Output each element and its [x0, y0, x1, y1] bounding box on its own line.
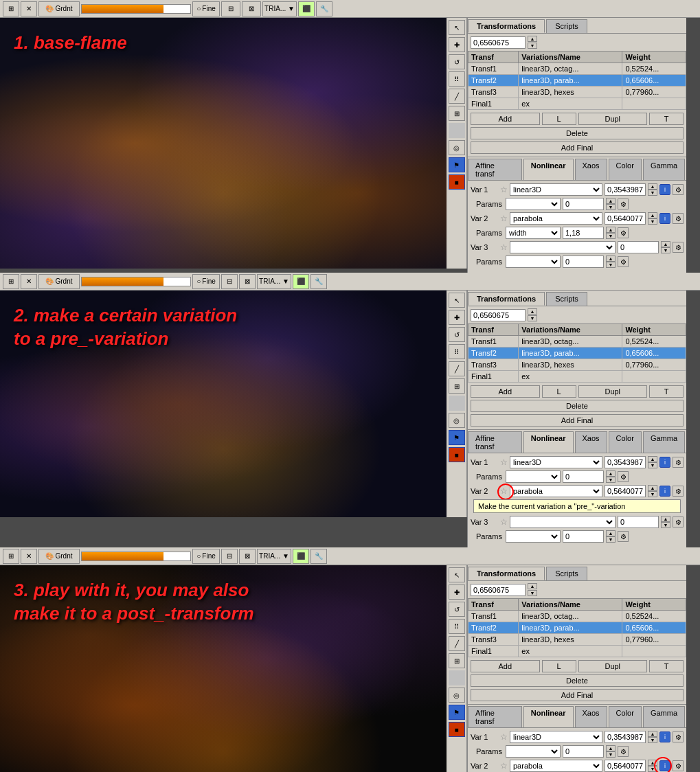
add-final-btn-3[interactable]: Add Final: [471, 689, 684, 701]
var1-value-3[interactable]: [605, 731, 646, 743]
var1-params-value-1[interactable]: [563, 198, 604, 210]
select-btn-3[interactable]: ✕: [21, 549, 37, 564]
side-icon-flag-2[interactable]: ⚑: [449, 430, 465, 445]
table-row[interactable]: Transf2linear3D, parab...0,65606...: [468, 348, 686, 359]
var3-params-value-1[interactable]: [563, 256, 604, 268]
side-icon-grid-3[interactable]: ⠿: [449, 619, 465, 634]
color-btn-3[interactable]: ⬛: [293, 549, 309, 564]
sub-tab-nonlinear-2[interactable]: Nonlinear: [523, 431, 574, 453]
side-icon-pointer-3[interactable]: ↖: [449, 567, 465, 582]
var2-up-2[interactable]: ▲: [648, 485, 657, 491]
add-btn-3[interactable]: Add: [471, 660, 540, 672]
side-icon-circle-1[interactable]: ◎: [449, 140, 465, 155]
var3-dropdown-1[interactable]: [510, 241, 616, 253]
quality-btn-3[interactable]: ○ Fine: [192, 549, 220, 564]
var2-spin-up-1[interactable]: ▲: [648, 212, 657, 218]
side-icon-swatch-3[interactable]: ■: [449, 722, 465, 737]
var1-params-up-1[interactable]: ▲: [606, 198, 616, 204]
table-row[interactable]: Transf1linear3D, octag...0,52524...: [468, 336, 686, 348]
var1-gear-2[interactable]: ⚙: [673, 457, 684, 468]
var2-params-gear-1[interactable]: ⚙: [618, 227, 629, 238]
view-btn-1[interactable]: ⊟: [221, 1, 240, 16]
weight-spin-up-3[interactable]: ▲: [528, 583, 537, 589]
var3-params-down-1[interactable]: ▼: [606, 262, 616, 268]
add-final-btn-1[interactable]: Add Final: [471, 141, 684, 154]
table-row[interactable]: Transf3linear3D, hexes0,77960...: [468, 634, 686, 646]
tab-transformations-1[interactable]: Transformations: [468, 19, 545, 33]
sub-tab-affine-2[interactable]: Affine transf: [468, 431, 522, 453]
view-btn-6[interactable]: ⊠: [239, 549, 256, 564]
tab-scripts-3[interactable]: Scripts: [546, 567, 587, 580]
side-icon-table-2[interactable]: ⊞: [449, 378, 465, 394]
side-icon-line-3[interactable]: ╱: [449, 636, 465, 651]
var2-up-3[interactable]: ▲: [648, 760, 657, 766]
table-row[interactable]: Transf1 linear3D, octag... 0,52524...: [468, 63, 686, 75]
quality-btn-1[interactable]: ○ Fine: [192, 1, 220, 16]
table-row-final[interactable]: Final1ex: [468, 646, 686, 657]
var2-gear-1[interactable]: ⚙: [673, 213, 684, 224]
var2-down-2[interactable]: ▼: [648, 491, 657, 497]
var3-gear-2[interactable]: ⚙: [673, 516, 684, 527]
grid-btn-1[interactable]: ⊞: [3, 1, 19, 16]
var2-params-down-1[interactable]: ▼: [606, 233, 616, 239]
var1-params-drop-2[interactable]: [506, 470, 561, 483]
color-btn-1[interactable]: ⬛: [298, 1, 315, 16]
var1-info-3[interactable]: i: [659, 731, 670, 742]
grid-btn-2[interactable]: ⊞: [3, 274, 19, 289]
var1-dropdown-1[interactable]: linear3D: [510, 183, 602, 196]
side-icon-move-1[interactable]: ✚: [449, 37, 465, 52]
table-row-final[interactable]: Final1ex: [468, 371, 686, 383]
side-icon-flag-1[interactable]: ⚑: [449, 157, 465, 172]
sub-tab-color-3[interactable]: Color: [609, 706, 642, 727]
var2-value-2[interactable]: [605, 485, 646, 497]
table-row[interactable]: Transf3linear3D, hexes0,77960...: [468, 359, 686, 371]
var3-star-1[interactable]: ☆: [500, 242, 508, 252]
var1-params-down-2[interactable]: ▼: [606, 477, 616, 483]
tab-transformations-3[interactable]: Transformations: [468, 567, 545, 580]
side-icon-swatch-2[interactable]: ■: [449, 447, 465, 462]
sub-tab-nonlinear-1[interactable]: Nonlinear: [523, 159, 574, 180]
tab-scripts-1[interactable]: Scripts: [546, 19, 587, 33]
var2-dropdown-2[interactable]: parabola: [510, 485, 602, 497]
var1-star-1[interactable]: ☆: [500, 185, 508, 194]
var1-params-val-2[interactable]: [563, 470, 604, 483]
var3-params-val-2[interactable]: [563, 530, 604, 543]
t-btn-3[interactable]: T: [649, 660, 684, 672]
var3-spin-down-1[interactable]: ▼: [661, 247, 670, 253]
var3-spin-up-1[interactable]: ▲: [661, 241, 670, 247]
tria-btn-2[interactable]: TRIA... ▼: [257, 274, 291, 289]
var1-params-gear-2[interactable]: ⚙: [618, 471, 629, 482]
sub-tab-gamma-2[interactable]: Gamma: [643, 431, 685, 453]
var3-down-2[interactable]: ▼: [661, 522, 670, 528]
var3-params-gear-2[interactable]: ⚙: [618, 531, 629, 542]
weight-spin-down-2[interactable]: ▼: [528, 315, 537, 321]
var2-star-1[interactable]: ☆: [500, 214, 508, 223]
var3-gear-1[interactable]: ⚙: [673, 242, 684, 253]
weight-spin-up-2[interactable]: ▲: [528, 308, 537, 315]
var1-down-2[interactable]: ▼: [648, 462, 657, 468]
tool-btn-1[interactable]: 🔧: [316, 1, 332, 16]
var1-star-2[interactable]: ☆: [500, 457, 508, 467]
table-row[interactable]: Transf2linear3D, parab...0,65606...: [468, 622, 686, 634]
sub-tab-xaos-1[interactable]: Xaos: [575, 159, 607, 180]
var1-spin-up-1[interactable]: ▲: [648, 183, 657, 190]
var1-gear-3[interactable]: ⚙: [673, 731, 684, 742]
sub-tab-nonlinear-3[interactable]: Nonlinear: [523, 706, 574, 727]
add-btn-2[interactable]: Add: [471, 385, 540, 398]
weight-input-3[interactable]: [471, 584, 526, 596]
tab-transformations-2[interactable]: Transformations: [468, 292, 545, 306]
dupl-btn-3[interactable]: Dupl: [578, 660, 648, 672]
view-btn-5[interactable]: ⊟: [221, 549, 238, 564]
var1-params-drop-3[interactable]: [506, 745, 561, 758]
var3-params-dropdown-1[interactable]: [506, 256, 561, 268]
view-btn-4[interactable]: ⊠: [239, 274, 256, 289]
var2-gear-3[interactable]: ⚙: [673, 760, 684, 771]
select-btn-2[interactable]: ✕: [21, 274, 37, 289]
sub-tab-xaos-2[interactable]: Xaos: [575, 431, 607, 453]
side-icon-pointer-2[interactable]: ↖: [449, 293, 465, 308]
side-icon-circle-3[interactable]: ◎: [449, 688, 465, 703]
var3-params-gear-1[interactable]: ⚙: [618, 256, 629, 267]
var2-dropdown-1[interactable]: parabola: [510, 212, 602, 225]
side-icon-rotate-2[interactable]: ↺: [449, 327, 465, 342]
var1-params-gear-1[interactable]: ⚙: [618, 198, 629, 209]
